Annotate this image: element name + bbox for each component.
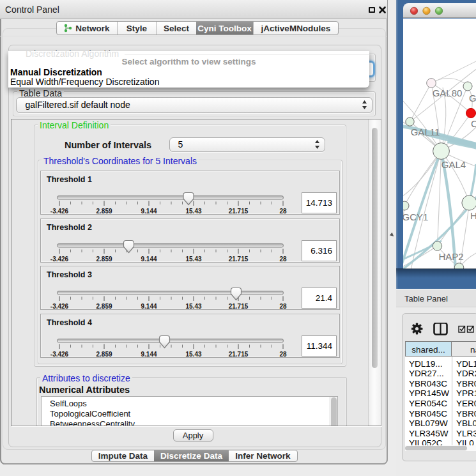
svg-text:21.715: 21.715 bbox=[229, 303, 249, 310]
svg-text:2.859: 2.859 bbox=[96, 256, 112, 263]
svg-text:9.144: 9.144 bbox=[141, 256, 157, 263]
svg-text:28: 28 bbox=[279, 351, 287, 358]
svg-text:21.715: 21.715 bbox=[229, 208, 249, 215]
svg-text:21.715: 21.715 bbox=[229, 256, 249, 263]
svg-text:28: 28 bbox=[279, 303, 287, 310]
svg-text:-3.426: -3.426 bbox=[50, 303, 69, 310]
svg-text:2.859: 2.859 bbox=[96, 351, 112, 358]
svg-text:9.144: 9.144 bbox=[141, 303, 157, 310]
svg-text:15.43: 15.43 bbox=[185, 303, 201, 310]
svg-text:15.43: 15.43 bbox=[185, 351, 201, 358]
svg-text:HAP2: HAP2 bbox=[438, 251, 463, 262]
svg-text:GAL11: GAL11 bbox=[411, 127, 440, 137]
svg-text:28: 28 bbox=[279, 256, 287, 263]
svg-text:GAL4: GAL4 bbox=[441, 159, 466, 170]
svg-text:9.144: 9.144 bbox=[141, 351, 157, 358]
svg-text:28: 28 bbox=[279, 208, 287, 215]
svg-text:GCY1: GCY1 bbox=[403, 211, 428, 222]
svg-text:15.43: 15.43 bbox=[185, 208, 201, 215]
svg-text:15.43: 15.43 bbox=[185, 256, 201, 263]
svg-text:C: C bbox=[471, 118, 476, 129]
svg-text:9.144: 9.144 bbox=[141, 208, 157, 215]
svg-text:G.: G. bbox=[469, 93, 476, 104]
svg-text:-3.426: -3.426 bbox=[50, 256, 69, 263]
svg-text:21.715: 21.715 bbox=[229, 351, 249, 358]
svg-text:2.859: 2.859 bbox=[96, 303, 112, 310]
svg-text:-3.426: -3.426 bbox=[50, 208, 69, 215]
svg-text:-3.426: -3.426 bbox=[50, 351, 69, 358]
svg-text:2.859: 2.859 bbox=[96, 208, 112, 215]
svg-text:H: H bbox=[470, 210, 476, 221]
svg-text:GAL80: GAL80 bbox=[433, 88, 463, 98]
